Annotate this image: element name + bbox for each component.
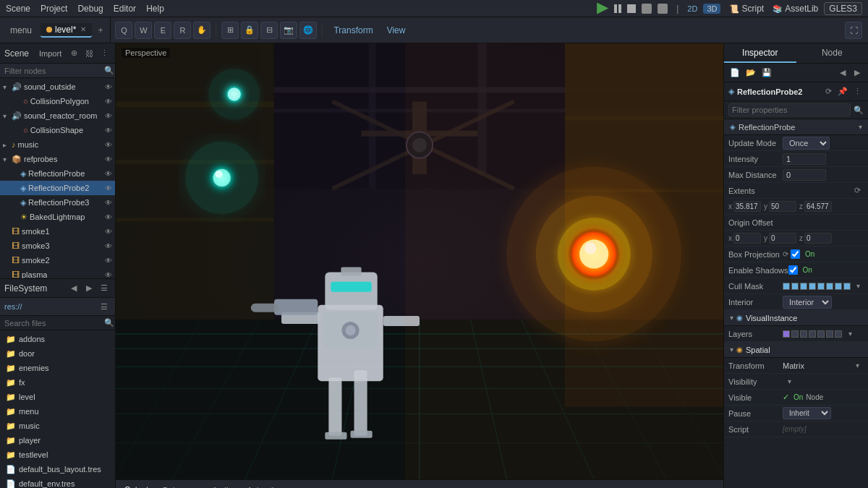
cull-box-5[interactable] xyxy=(817,283,825,290)
tree-item-bakedlightmap[interactable]: ☀ BakedLightmap 👁 xyxy=(0,210,115,224)
filter-input[interactable] xyxy=(728,103,851,116)
tree-item-smoke3[interactable]: 🎞 smoke3 👁 xyxy=(0,239,115,253)
layer-box-4[interactable] xyxy=(809,330,816,338)
fs-item-music[interactable]: 📁 music xyxy=(0,419,115,433)
script-btn[interactable]: 📜 Script xyxy=(729,4,764,14)
rph-expand-icon[interactable]: ▾ xyxy=(859,123,862,131)
scene-more-icon[interactable]: ⋮ xyxy=(98,47,111,60)
tree-item-smoke1[interactable]: 🎞 smoke1 👁 xyxy=(0,224,115,239)
tree-item-reflectionprobe3[interactable]: ◈ ReflectionProbe3 👁 xyxy=(0,195,115,210)
tree-item-refprobes[interactable]: ▾ 📦 refprobes 👁 xyxy=(0,152,115,166)
transform-expand-icon[interactable]: ▾ xyxy=(851,359,864,372)
tree-item-reflectionprobe2[interactable]: ◈ ReflectionProbe2 👁 xyxy=(0,181,115,195)
fs-item-default_bus_layout[interactable]: 📄 default_bus_layout.tres xyxy=(0,462,115,476)
tree-eye-11[interactable]: 👁 xyxy=(105,228,112,236)
tab-close-icon[interactable]: ✕ xyxy=(80,25,86,33)
tree-item-plasma[interactable]: 🎞 plasma 👁 xyxy=(0,267,115,278)
tree-eye-1[interactable]: 👁 xyxy=(105,83,112,91)
box-projection-checkbox[interactable] xyxy=(791,249,800,259)
tree-eye-6[interactable]: 👁 xyxy=(105,155,112,163)
viewport-image[interactable] xyxy=(116,43,723,479)
fs-nav-next[interactable]: ▶ xyxy=(82,282,95,295)
tree-item-music[interactable]: ▸ ♪ music 👁 xyxy=(0,137,115,152)
layer-box-5[interactable] xyxy=(817,330,825,338)
node-pin-icon[interactable]: 📌 xyxy=(836,85,849,98)
expand-btn[interactable]: ⛶ xyxy=(845,22,862,39)
tab-animation[interactable]: Animation xyxy=(244,484,286,489)
inspector-save-script-icon[interactable]: 💾 xyxy=(760,67,773,80)
layer-box-2[interactable] xyxy=(791,330,799,338)
tree-eye-10[interactable]: 👁 xyxy=(105,213,112,221)
layers-more[interactable]: ▾ xyxy=(843,328,856,341)
tab-output[interactable]: Output xyxy=(122,484,151,489)
box-projection-sync-icon[interactable]: ⟳ xyxy=(783,250,788,258)
menu-debug[interactable]: Debug xyxy=(77,4,103,14)
tool-move[interactable]: W xyxy=(135,22,152,39)
fs-menu-icon[interactable]: ☰ xyxy=(98,282,111,295)
spatial-header[interactable]: ▾ ◉ Spatial xyxy=(724,342,868,358)
menu-editor[interactable]: Editor xyxy=(114,4,136,14)
stop-button[interactable] xyxy=(627,4,636,13)
tree-item-sound_outside[interactable]: ▾ 🔊 sound_outside 👁 xyxy=(0,80,115,94)
tool-rotate[interactable]: E xyxy=(154,22,171,39)
tree-item-smoke2[interactable]: 🎞 smoke2 👁 xyxy=(0,253,115,267)
tab-add-button[interactable]: + xyxy=(95,25,106,35)
scene-add-icon[interactable]: ⊕ xyxy=(67,47,80,60)
origin-z-value[interactable] xyxy=(804,233,832,244)
tree-eye-12[interactable]: 👁 xyxy=(105,242,112,250)
node-tab[interactable]: Node xyxy=(796,43,869,63)
tool-grid[interactable]: ⊟ xyxy=(260,22,278,39)
visual-instance-header[interactable]: ▾ ◉ VisualInstance xyxy=(724,310,868,326)
layer-box-1[interactable] xyxy=(783,330,790,338)
node-history-icon[interactable]: ⟳ xyxy=(822,85,835,98)
tree-item-collisionpolygon[interactable]: ○ CollisionPolygon 👁 xyxy=(0,94,115,108)
fs-item-fx[interactable]: 📁 fx xyxy=(0,375,115,390)
fs-search-input[interactable] xyxy=(4,319,104,328)
menu-scene[interactable]: Scene xyxy=(6,4,30,14)
origin-y-value[interactable] xyxy=(769,233,796,244)
inspector-nav-forward[interactable]: ▶ xyxy=(851,67,864,80)
inspector-nav-back[interactable]: ◀ xyxy=(836,67,849,80)
cull-box-2[interactable] xyxy=(791,283,799,290)
extents-expand-icon[interactable]: ⟳ xyxy=(851,184,864,197)
visibility-expand-icon[interactable]: ▾ xyxy=(783,375,796,388)
scene-search-input[interactable] xyxy=(4,67,104,75)
enable-shadows-checkbox[interactable] xyxy=(788,265,798,275)
fs-item-addons[interactable]: 📁 addons xyxy=(0,332,115,346)
extents-z-value[interactable] xyxy=(804,201,832,212)
assetlib-btn[interactable]: 📚 AssetLib xyxy=(773,4,818,14)
viewport-area[interactable]: Perspective xyxy=(116,43,723,479)
reflection-probe-header[interactable]: ◈ ReflectionProbe ▾ xyxy=(724,119,868,135)
prop-intensity-value[interactable] xyxy=(783,153,826,165)
tree-eye-5[interactable]: 👁 xyxy=(105,141,112,149)
cull-box-1[interactable] xyxy=(783,283,790,290)
tool-scale[interactable]: R xyxy=(174,22,191,39)
tree-eye-14[interactable]: 👁 xyxy=(105,271,112,279)
fs-item-menu[interactable]: 📁 menu xyxy=(0,404,115,419)
node-more-icon[interactable]: ⋮ xyxy=(851,85,864,98)
tool-snap[interactable]: ⊞ xyxy=(221,22,239,39)
tree-eye-4[interactable]: 👁 xyxy=(105,127,112,134)
view-label[interactable]: View xyxy=(381,25,412,35)
movie-button[interactable] xyxy=(658,4,668,14)
tool-hand[interactable]: ✋ xyxy=(193,22,210,39)
cull-box-3[interactable] xyxy=(800,283,807,290)
tree-eye-13[interactable]: 👁 xyxy=(105,257,112,265)
cull-box-8[interactable] xyxy=(843,283,851,290)
fs-nav-prev[interactable]: ◀ xyxy=(67,282,80,295)
extents-y-value[interactable] xyxy=(769,201,796,212)
tab-audio[interactable]: Audio xyxy=(209,484,235,489)
tab-menu[interactable]: menu xyxy=(4,24,38,37)
2d-btn[interactable]: 2D xyxy=(687,4,697,13)
tree-item-collisionshape[interactable]: ○ CollisionShape 👁 xyxy=(0,123,115,137)
menu-help[interactable]: Help xyxy=(146,4,164,14)
prop-max-distance-value[interactable] xyxy=(783,169,826,181)
fs-item-level[interactable]: 📁 level xyxy=(0,390,115,404)
tree-eye-7[interactable]: 👁 xyxy=(105,170,112,178)
cull-box-7[interactable] xyxy=(835,283,842,290)
layer-box-6[interactable] xyxy=(826,330,833,338)
fs-path-menu[interactable]: ☰ xyxy=(98,300,111,313)
3d-btn[interactable]: 3D xyxy=(703,4,720,14)
inspector-tab[interactable]: Inspector xyxy=(724,43,796,63)
tree-eye-9[interactable]: 👁 xyxy=(105,199,112,207)
